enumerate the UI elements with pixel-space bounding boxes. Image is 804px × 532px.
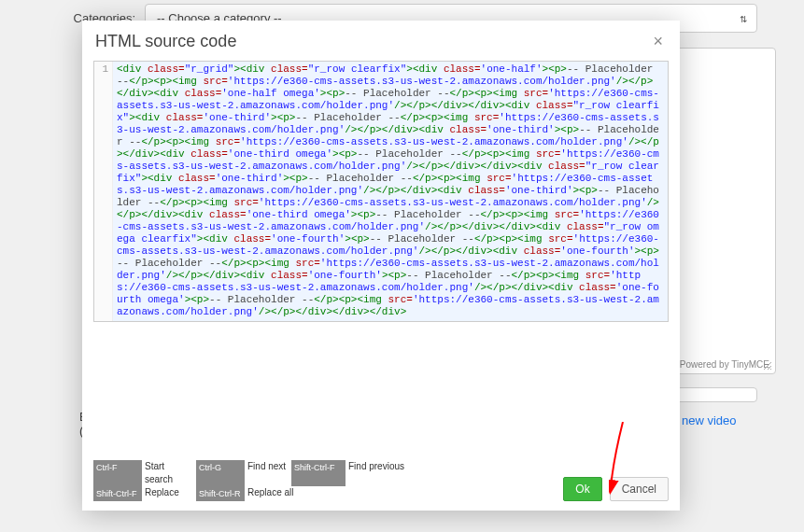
close-button[interactable]: × xyxy=(649,32,667,51)
kbd-text: Start search xyxy=(142,460,196,486)
modal-title: HTML source code xyxy=(95,32,236,51)
source-code-editor[interactable]: 1 <div class="r_grid"><div class="r_row … xyxy=(93,61,669,322)
kbd-text: Find previous xyxy=(346,460,407,486)
kbd-ctrl-f: Ctrl-F xyxy=(93,460,142,486)
kbd-text: Replace all xyxy=(245,486,296,501)
keyboard-shortcuts: Ctrl-FStart searchCtrl-GFind nextShift-C… xyxy=(93,460,407,501)
kbd-shift-ctrl-f: Shift-Ctrl-F xyxy=(291,460,346,486)
kbd-text: Find next xyxy=(245,460,291,486)
kbd-shift-ctrl-r: Shift-Ctrl-R xyxy=(196,486,245,501)
code-gutter: 1 xyxy=(94,62,113,321)
kbd-shift-ctrl-f2: Shift-Ctrl-F xyxy=(93,486,142,501)
code-content[interactable]: <div class="r_grid"><div class="r_row cl… xyxy=(113,62,668,321)
kbd-ctrl-g: Ctrl-G xyxy=(196,460,245,486)
html-source-modal: HTML source code × 1 <div class="r_grid"… xyxy=(82,21,680,511)
kbd-text: Replace xyxy=(142,486,196,501)
ok-button[interactable]: Ok xyxy=(563,477,601,501)
cancel-button[interactable]: Cancel xyxy=(610,477,669,501)
